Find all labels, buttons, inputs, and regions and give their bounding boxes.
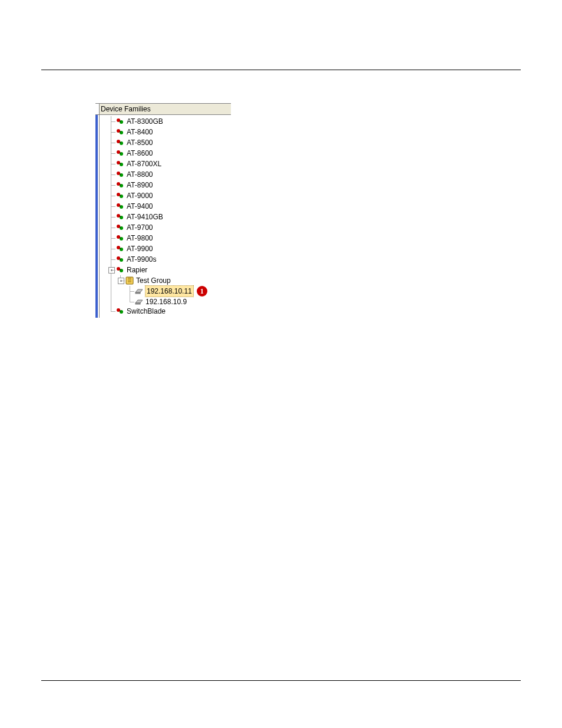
svg-point-22 bbox=[117, 235, 120, 239]
tree-node-label: AT-8500 bbox=[127, 137, 153, 148]
device-icon bbox=[134, 286, 144, 296]
tree-node-family[interactable]: AT-9000 bbox=[106, 190, 231, 201]
device-families-panel: Device Families AT-8300GB AT-8400 bbox=[95, 103, 231, 318]
device-tree[interactable]: AT-8300GB AT-8400 AT-8500 AT-8600 bbox=[95, 115, 231, 318]
tree-node-family[interactable]: AT-8800 bbox=[106, 169, 231, 180]
tree-node-label: Test Group bbox=[136, 275, 171, 286]
tree-node-family[interactable]: AT-9400 bbox=[106, 201, 231, 212]
tree-node-family[interactable]: AT-8400 bbox=[106, 127, 231, 137]
tree-node-family[interactable]: AT-8300GB bbox=[106, 116, 231, 127]
tree-node-family[interactable]: AT-9900s bbox=[106, 254, 231, 265]
family-icon bbox=[115, 117, 125, 126]
tree-node-label: AT-9900 bbox=[127, 243, 153, 254]
family-icon bbox=[115, 307, 125, 315]
svg-point-8 bbox=[117, 161, 120, 164]
family-icon bbox=[115, 138, 125, 147]
family-icon bbox=[115, 212, 125, 222]
tree-node-family[interactable]: AT-9700 bbox=[106, 222, 231, 233]
device-icon bbox=[134, 297, 144, 307]
svg-point-14 bbox=[117, 193, 120, 196]
top-rule bbox=[41, 70, 521, 70]
tree-node-label: AT-9800 bbox=[127, 233, 153, 243]
svg-point-20 bbox=[117, 225, 120, 228]
family-icon bbox=[115, 223, 125, 232]
callout-badge: 1 bbox=[197, 286, 207, 297]
collapse-toggle-icon[interactable] bbox=[108, 267, 115, 274]
svg-point-4 bbox=[117, 140, 120, 143]
figure: Device Families AT-8300GB AT-8400 bbox=[95, 103, 562, 318]
tree-node-label: AT-8400 bbox=[127, 127, 153, 137]
collapse-toggle-icon[interactable] bbox=[118, 278, 124, 284]
tree-node-label: 192.168.10.11 bbox=[146, 286, 193, 297]
svg-point-12 bbox=[117, 182, 120, 186]
tree-node-label: AT-9400 bbox=[127, 201, 153, 212]
tree-node-label: AT-9900s bbox=[127, 254, 156, 265]
svg-point-16 bbox=[117, 203, 120, 207]
family-icon bbox=[115, 127, 125, 137]
family-icon bbox=[115, 244, 125, 253]
group-icon bbox=[125, 276, 134, 285]
tree-node-family[interactable]: AT-9800 bbox=[106, 233, 231, 243]
svg-point-24 bbox=[117, 246, 120, 249]
svg-point-6 bbox=[117, 150, 120, 154]
svg-point-0 bbox=[117, 118, 120, 122]
tree-node-device[interactable]: 192.168.10.11 1 bbox=[106, 286, 231, 297]
tree-node-rapier[interactable]: Rapier bbox=[106, 265, 231, 275]
svg-point-2 bbox=[117, 129, 120, 133]
svg-point-26 bbox=[117, 256, 120, 260]
tree-node-family[interactable]: AT-8500 bbox=[106, 137, 231, 148]
tree-node-label: AT-8800 bbox=[127, 169, 153, 180]
family-icon bbox=[115, 233, 125, 243]
svg-rect-34 bbox=[135, 303, 140, 304]
tree-node-family[interactable]: AT-8700XL bbox=[106, 159, 231, 169]
tree-node-label: Rapier bbox=[127, 265, 147, 275]
tree-node-family[interactable]: AT-9410GB bbox=[106, 212, 231, 222]
tree-node-family[interactable]: AT-8900 bbox=[106, 180, 231, 190]
svg-point-10 bbox=[117, 172, 120, 175]
family-icon bbox=[115, 202, 125, 211]
svg-point-35 bbox=[117, 308, 120, 312]
tree-node-label: 192.168.10.9 bbox=[146, 297, 187, 307]
tree-node-label: SwitchBlade bbox=[127, 307, 166, 315]
svg-point-28 bbox=[111, 269, 112, 271]
svg-point-29 bbox=[117, 267, 120, 271]
family-icon bbox=[115, 149, 125, 158]
family-icon bbox=[115, 191, 125, 200]
panel-title: Device Families bbox=[100, 105, 151, 113]
tree-node-family[interactable]: AT-8600 bbox=[106, 148, 231, 159]
tree-node-label: AT-8600 bbox=[127, 148, 153, 159]
tree-node-label: AT-8700XL bbox=[127, 159, 161, 169]
family-icon bbox=[115, 255, 125, 264]
tree-node-label: AT-9000 bbox=[127, 190, 153, 201]
tree-node-label: AT-8300GB bbox=[127, 116, 163, 127]
tree-node-label: AT-9410GB bbox=[127, 212, 163, 222]
svg-point-31 bbox=[120, 280, 121, 281]
family-icon bbox=[115, 159, 125, 169]
bottom-rule bbox=[41, 680, 521, 681]
tree-node-family[interactable]: SwitchBlade bbox=[106, 307, 231, 315]
family-icon bbox=[115, 180, 125, 190]
svg-rect-33 bbox=[135, 292, 140, 294]
svg-point-18 bbox=[117, 214, 120, 218]
tree-node-test-group[interactable]: Test Group bbox=[106, 275, 231, 286]
panel-header: Device Families bbox=[95, 103, 231, 115]
tree-node-label: AT-8900 bbox=[127, 180, 153, 190]
tree-node-family[interactable]: AT-9900 bbox=[106, 243, 231, 254]
family-icon bbox=[115, 265, 125, 275]
family-icon bbox=[115, 170, 125, 179]
tree-node-device[interactable]: 192.168.10.9 bbox=[106, 297, 231, 307]
tree-node-label: AT-9700 bbox=[127, 222, 153, 233]
